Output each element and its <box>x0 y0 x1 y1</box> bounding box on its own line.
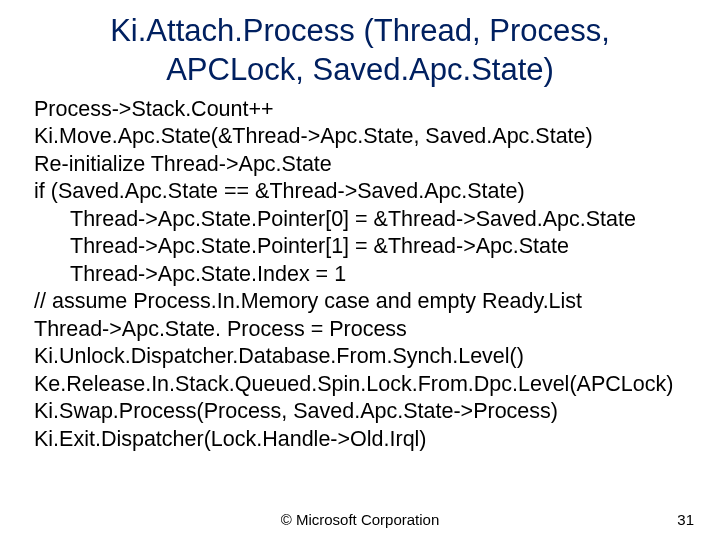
page-number: 31 <box>677 511 694 528</box>
code-line: Ki.Exit.Dispatcher(Lock.Handle->Old.Irql… <box>34 426 686 454</box>
code-line: Thread->Apc.State.Pointer[1] = &Thread->… <box>34 233 686 261</box>
code-line: if (Saved.Apc.State == &Thread->Saved.Ap… <box>34 178 686 206</box>
footer-copyright: © Microsoft Corporation <box>0 511 720 528</box>
code-line: Ki.Unlock.Dispatcher.Database.From.Synch… <box>34 343 686 371</box>
code-line: Re-initialize Thread->Apc.State <box>34 151 686 179</box>
code-line: Process->Stack.Count++ <box>34 96 686 124</box>
code-line: Ki.Swap.Process(Process, Saved.Apc.State… <box>34 398 686 426</box>
slide-title: Ki.Attach.Process (Thread, Process, APCL… <box>0 0 720 90</box>
code-line: // assume Process.In.Memory case and emp… <box>34 288 686 316</box>
title-line-1: Ki.Attach.Process (Thread, Process, <box>0 12 720 51</box>
title-line-2: APCLock, Saved.Apc.State) <box>0 51 720 90</box>
code-line: Thread->Apc.State.Index = 1 <box>34 261 686 289</box>
code-line: Ki.Move.Apc.State(&Thread->Apc.State, Sa… <box>34 123 686 151</box>
slide-body: Process->Stack.Count++ Ki.Move.Apc.State… <box>0 90 720 454</box>
code-line: Thread->Apc.State.Pointer[0] = &Thread->… <box>34 206 686 234</box>
code-line: Ke.Release.In.Stack.Queued.Spin.Lock.Fro… <box>34 371 686 399</box>
code-line: Thread->Apc.State. Process = Process <box>34 316 686 344</box>
slide: Ki.Attach.Process (Thread, Process, APCL… <box>0 0 720 540</box>
